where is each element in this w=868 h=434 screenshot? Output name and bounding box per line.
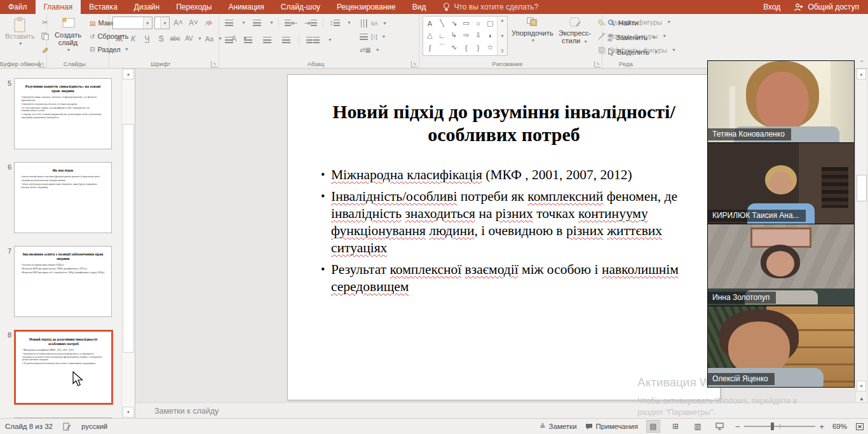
- decrease-indent-button[interactable]: ⇤: [283, 17, 299, 29]
- tab-Переходы[interactable]: Переходы: [168, 0, 220, 14]
- slide-notes-icon[interactable]: [63, 423, 71, 431]
- thumbnail-scroll-thumb[interactable]: [123, 124, 134, 353]
- slide-canvas[interactable]: Новий підхід до розуміння інвалідності/ …: [287, 74, 721, 400]
- slide-thumbnail-7[interactable]: Інклюзивна освіта з позиції забезпечення…: [14, 246, 112, 317]
- text-direction-button[interactable]: ІІА▼: [360, 17, 387, 29]
- change-case-button[interactable]: Aa: [203, 32, 216, 44]
- zoom-slider-thumb[interactable]: [771, 423, 774, 430]
- shape-gallery-scroll[interactable]: ▲▼⊽: [497, 17, 507, 55]
- slide-sorter-button[interactable]: ⊞: [668, 420, 682, 433]
- shape-oval-icon[interactable]: ○: [472, 17, 484, 29]
- slide-body[interactable]: •Міжнародна класифікація (МКФ , 2001, 20…: [321, 166, 689, 295]
- shape-freeform-icon[interactable]: ◗: [484, 29, 496, 41]
- font-size-combo[interactable]: ▼: [154, 17, 170, 29]
- notes-pane[interactable]: Заметки к слайду: [135, 402, 868, 419]
- align-text-button[interactable]: [↕]▼: [360, 31, 387, 43]
- slide-thumbnail-8[interactable]: Новий підхід до розуміння інвалідності/ …: [14, 330, 113, 405]
- align-right-button[interactable]: [261, 34, 274, 46]
- thumbnail-scroll-up[interactable]: ▲: [123, 69, 134, 79]
- slide-thumbnail-5[interactable]: Розуміння поняття «інвалідність» на осно…: [14, 78, 112, 149]
- new-slide-button[interactable]: Создать слайд ▼: [50, 16, 86, 57]
- slideshow-button[interactable]: [713, 420, 727, 433]
- drawing-dialog-launcher[interactable]: ↘: [594, 61, 600, 67]
- italic-button[interactable]: К: [126, 32, 140, 44]
- ribbon-collapse-button[interactable]: ⌃: [859, 60, 864, 66]
- slide-title[interactable]: Новий підхід до розуміння інвалідності/ …: [312, 100, 696, 146]
- bold-button[interactable]: Ж: [112, 32, 126, 44]
- find-button[interactable]: Найти: [607, 17, 713, 29]
- reading-view-button[interactable]: ▥: [691, 420, 705, 433]
- clipboard-dialog-launcher[interactable]: ↘: [39, 61, 45, 67]
- shape-scribble-icon[interactable]: ʃ: [424, 41, 436, 53]
- bullets-button[interactable]: [222, 17, 236, 29]
- shrink-font-button[interactable]: A˅: [187, 17, 200, 29]
- shape-down-arrow-icon[interactable]: ⇩: [472, 29, 484, 41]
- slide-thumbnail-6[interactable]: Як наслідок• діагностичний ярлик не визн…: [14, 162, 112, 233]
- shape-curve-icon[interactable]: ∿: [448, 41, 460, 53]
- tab-Файл[interactable]: Файл: [0, 0, 36, 14]
- share-button[interactable]: Общий доступ: [794, 3, 859, 11]
- tab-Анимация[interactable]: Анимация: [220, 0, 272, 14]
- shape-rounded-rectangle-icon[interactable]: ▢: [484, 17, 496, 29]
- increase-indent-button[interactable]: ⇥: [303, 17, 318, 29]
- numbering-button[interactable]: [250, 17, 264, 29]
- shape-left-brace-icon[interactable]: {: [460, 41, 472, 53]
- quick-styles-button[interactable]: Экспресс- стили ▼: [556, 15, 593, 57]
- thumbnail-scroll-down[interactable]: ▼: [123, 407, 134, 417]
- columns-button[interactable]: [305, 34, 321, 46]
- shape-rectangle-icon[interactable]: ▭: [460, 17, 472, 29]
- shape-text-box-icon[interactable]: A: [424, 17, 436, 29]
- notes-toggle-button[interactable]: ≜ Заметки: [539, 423, 576, 431]
- thumbnail-scrollbar[interactable]: ▲ ▼: [121, 68, 135, 418]
- shape-star-icon[interactable]: ☆: [484, 41, 496, 53]
- font-dialog-launcher[interactable]: ↘: [211, 61, 217, 67]
- shape-line-icon[interactable]: ╲: [436, 17, 448, 29]
- sign-in-button[interactable]: Вход: [763, 3, 780, 11]
- tab-Главная[interactable]: Главная: [36, 0, 81, 14]
- zoom-in-button[interactable]: +: [819, 422, 824, 431]
- tab-Рецензирование[interactable]: Рецензирование: [329, 0, 404, 14]
- font-name-combo[interactable]: ▼: [112, 17, 153, 29]
- editor-scroll-up[interactable]: ▲: [857, 69, 866, 79]
- shape-elbow-arrow-connector-icon[interactable]: ↳: [448, 29, 460, 41]
- tab-Слайд-шоу[interactable]: Слайд-шоу: [273, 0, 329, 14]
- shape-right-brace-icon[interactable]: }: [472, 41, 484, 53]
- editor-scroll-thumb[interactable]: [857, 175, 867, 201]
- tell-me[interactable]: Что вы хотите сделать?: [443, 0, 538, 14]
- grow-font-button[interactable]: A˄: [172, 17, 185, 29]
- tab-Вид[interactable]: Вид: [404, 0, 435, 14]
- fit-to-window-button[interactable]: [855, 423, 864, 431]
- tab-Вставка[interactable]: Вставка: [81, 0, 126, 14]
- participant-video-3[interactable]: Инна Золотопуп: [708, 224, 854, 306]
- editor-scrollbar[interactable]: ▲ ▼ ▲ ▼: [855, 68, 867, 418]
- shape-triangle-icon[interactable]: △: [424, 29, 436, 41]
- arrange-button[interactable]: Упорядочить▼: [512, 15, 553, 57]
- replace-button[interactable]: abac Заменить▼: [607, 31, 713, 43]
- participant-video-2[interactable]: КИРИЛЮК Таисия Ана...: [708, 143, 854, 224]
- video-call-panel[interactable]: Тетяна КоноваленкоКИРИЛЮК Таисия Ана...И…: [707, 60, 855, 388]
- align-center-button[interactable]: [241, 34, 255, 46]
- participant-video-4[interactable]: Олексій Яценко: [708, 306, 854, 388]
- normal-view-button[interactable]: ▤: [646, 420, 660, 433]
- paragraph-dialog-launcher[interactable]: ↘: [411, 61, 417, 67]
- clear-formatting-button[interactable]: A: [202, 17, 215, 29]
- justify-button[interactable]: [280, 34, 293, 46]
- editor-scroll-down[interactable]: ▼: [857, 381, 866, 391]
- underline-button[interactable]: Ч: [140, 32, 154, 44]
- text-shadow-button[interactable]: S: [154, 32, 168, 44]
- zoom-out-button[interactable]: −: [735, 422, 740, 431]
- tab-Дизайн[interactable]: Дизайн: [126, 0, 168, 14]
- shape-line-arrow-icon[interactable]: ↘: [448, 17, 460, 29]
- shape-elbow-connector-icon[interactable]: ∟: [436, 29, 448, 41]
- comments-toggle-button[interactable]: Примечания: [585, 423, 638, 430]
- select-button[interactable]: Выделить▼: [607, 46, 713, 58]
- shape-arc-icon[interactable]: ⌒: [436, 41, 448, 53]
- participant-video-1[interactable]: Тетяна Коноваленко: [708, 61, 854, 142]
- strikethrough-button[interactable]: abc: [168, 32, 182, 44]
- shape-right-arrow-icon[interactable]: ⇨: [460, 29, 472, 41]
- line-spacing-button[interactable]: ↕: [328, 17, 341, 29]
- paste-button[interactable]: Вставить ▼: [3, 16, 37, 57]
- previous-slide-button[interactable]: ▲: [857, 396, 866, 402]
- convert-smartart-button[interactable]: ⇄▦▼: [360, 44, 387, 56]
- zoom-slider[interactable]: − +: [735, 422, 824, 431]
